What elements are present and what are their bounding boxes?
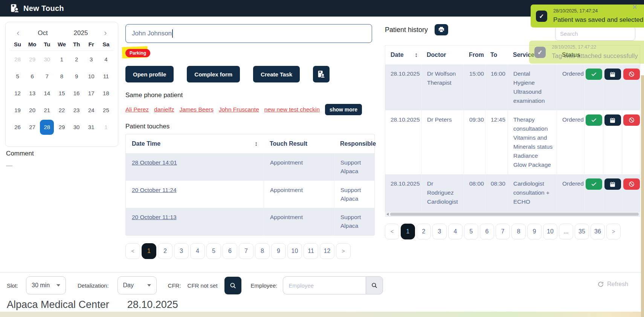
calendar-day-cell[interactable]: 5 (10, 68, 25, 85)
calendar-day-cell[interactable]: 31 (84, 119, 99, 136)
history-page-button[interactable]: 9 (527, 224, 542, 239)
calendar-day-cell[interactable]: 18 (99, 85, 113, 102)
calendar-day-cell[interactable]: 25 (99, 102, 113, 119)
calendar-day-cell[interactable]: 1 (54, 51, 69, 68)
employee-input[interactable] (283, 276, 366, 294)
touches-page-button[interactable]: 6 (223, 243, 237, 259)
reschedule-appointment-button[interactable] (604, 178, 621, 190)
reschedule-appointment-button[interactable] (604, 69, 621, 80)
calendar-day-cell[interactable]: 16 (69, 85, 84, 102)
detalization-select[interactable]: Day (118, 276, 157, 294)
calendar-day-cell[interactable]: 13 (25, 85, 40, 102)
complex-form-button[interactable]: Complex form (187, 66, 240, 82)
page-vertical-scrollbar[interactable] (641, 75, 644, 317)
same-phone-patient-link[interactable]: James Beers (179, 106, 213, 113)
calendar-day-cell[interactable]: 1 (99, 119, 113, 136)
history-page-button[interactable]: 35 (575, 224, 589, 239)
calendar-day-cell[interactable]: 14 (40, 85, 54, 102)
calendar-day-cell[interactable]: 20 (25, 102, 40, 119)
toast-close-icon[interactable]: ✕ (632, 3, 638, 11)
touches-prev-page-button[interactable]: < (125, 243, 140, 259)
history-prev-page-button[interactable]: < (385, 224, 399, 239)
calendar-day-cell[interactable]: 29 (25, 51, 40, 68)
show-more-button[interactable]: show more (325, 104, 362, 115)
scroll-left-arrow-icon[interactable] (386, 213, 389, 216)
touch-date-link[interactable]: 20 October 11:24 (132, 187, 177, 193)
touches-page-button[interactable]: 1 (142, 243, 156, 259)
sort-icon[interactable]: ↕ (255, 139, 258, 148)
touches-page-button[interactable]: 12 (320, 243, 334, 259)
calendar-day-cell[interactable]: 23 (69, 102, 84, 119)
history-page-button[interactable]: 7 (496, 224, 510, 239)
history-page-button[interactable]: 3 (432, 224, 447, 239)
touches-page-button[interactable]: 2 (158, 243, 172, 259)
open-profile-button[interactable]: Open profile (125, 66, 174, 82)
touches-next-page-button[interactable]: > (336, 243, 351, 259)
touches-page-button[interactable]: 10 (287, 243, 302, 259)
calendar-day-cell[interactable]: 4 (99, 51, 113, 68)
patient-card-button[interactable] (313, 66, 330, 82)
touches-page-button[interactable]: 3 (174, 243, 189, 259)
calendar-day-cell[interactable]: 9 (69, 68, 84, 85)
calendar-day-cell[interactable]: 27 (25, 119, 40, 136)
calendar-day-cell[interactable]: 10 (84, 68, 99, 85)
calendar-day-cell[interactable]: 19 (10, 102, 25, 119)
history-page-button[interactable]: 8 (511, 224, 526, 239)
touches-page-button[interactable]: 5 (206, 243, 221, 259)
history-horizontal-scrollbar[interactable] (385, 212, 640, 217)
same-phone-patient-link[interactable]: John Fruscante (219, 106, 259, 113)
refresh-button[interactable]: Refresh (597, 281, 628, 288)
touch-date-link[interactable]: 20 October 11:13 (132, 214, 177, 220)
calendar-day-cell[interactable]: 29 (54, 119, 69, 136)
same-phone-patient-link[interactable]: new new test checkin (264, 106, 320, 113)
confirm-appointment-button[interactable] (586, 69, 602, 80)
calendar-day-cell[interactable]: 8 (54, 68, 69, 85)
history-page-button[interactable]: 4 (448, 224, 462, 239)
calendar-day-cell[interactable]: 17 (84, 85, 99, 102)
calendar-next-month-icon[interactable]: › (100, 29, 111, 37)
history-page-button[interactable]: 2 (417, 224, 431, 239)
calendar-day-cell[interactable]: 30 (40, 51, 54, 68)
calendar-day-cell[interactable]: 12 (10, 85, 25, 102)
history-page-button[interactable]: 36 (591, 224, 605, 239)
calendar-day-cell[interactable]: 7 (40, 68, 54, 85)
calendar-day-cell[interactable]: 22 (54, 102, 69, 119)
calendar-day-cell[interactable]: 30 (69, 119, 84, 136)
touches-page-button[interactable]: 11 (304, 243, 318, 259)
history-page-button[interactable]: ... (559, 224, 573, 239)
touches-page-button[interactable]: 7 (239, 243, 253, 259)
same-phone-patient-link[interactable]: danielfz (154, 106, 174, 113)
calendar-day-cell[interactable]: 28 (40, 120, 54, 135)
touch-date-link[interactable]: 28 October 14:01 (132, 159, 177, 166)
history-page-button[interactable]: 6 (480, 224, 494, 239)
sort-icon[interactable]: ↕ (415, 50, 418, 59)
cancel-appointment-button[interactable] (623, 114, 640, 126)
confirm-appointment-button[interactable] (586, 114, 602, 126)
history-page-button[interactable]: 1 (401, 224, 415, 239)
calendar-day-cell[interactable]: 24 (84, 102, 99, 119)
same-phone-patient-link[interactable]: Ali Perez (125, 106, 149, 113)
history-search-input[interactable] (555, 26, 635, 41)
history-page-button[interactable]: 5 (464, 224, 478, 239)
cfr-search-button[interactable] (224, 277, 241, 294)
calendar-prev-month-icon[interactable]: ‹ (12, 29, 24, 37)
calendar-day-cell[interactable]: 3 (84, 51, 99, 68)
history-page-button[interactable]: 10 (543, 224, 557, 239)
touches-page-button[interactable]: 8 (255, 243, 270, 259)
calendar-day-cell[interactable]: 15 (54, 85, 69, 102)
cancel-appointment-button[interactable] (623, 178, 640, 190)
create-task-button[interactable]: Create Task (253, 66, 300, 82)
calendar-day-cell[interactable]: 11 (99, 68, 113, 85)
slot-select[interactable]: 30 min (26, 276, 66, 294)
history-next-page-button[interactable]: > (606, 224, 621, 239)
confirm-appointment-button[interactable] (586, 178, 602, 190)
print-button[interactable] (435, 24, 448, 35)
cancel-appointment-button[interactable] (623, 69, 640, 80)
calendar-day-cell[interactable]: 6 (25, 68, 40, 85)
calendar-day-cell[interactable]: 21 (40, 102, 54, 119)
scrollbar-thumb[interactable] (390, 213, 639, 216)
touches-page-button[interactable]: 9 (271, 243, 286, 259)
employee-search-button[interactable] (366, 276, 383, 294)
calendar-day-cell[interactable]: 26 (10, 119, 25, 136)
touches-page-button[interactable]: 4 (190, 243, 205, 259)
